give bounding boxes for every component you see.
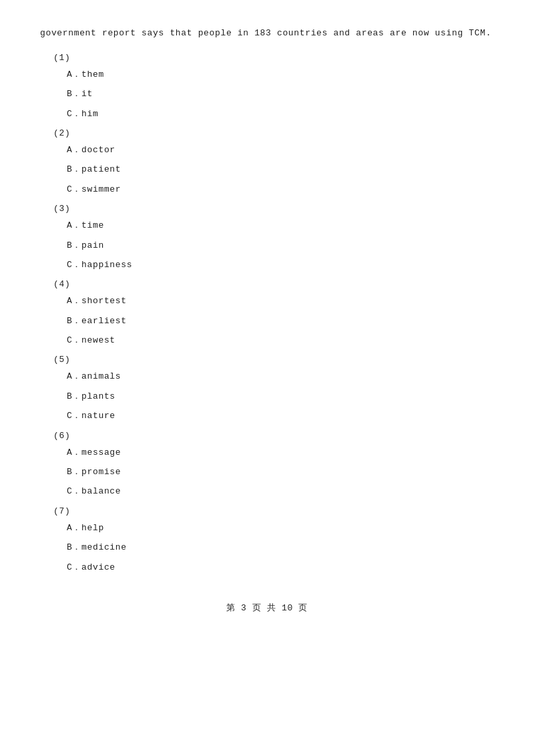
questions-container: (1)A．themB．itC．him(2)A．doctorB．patientC．…	[40, 53, 494, 575]
question-number-2: (2)	[53, 128, 494, 138]
page-footer: 第 3 页 共 10 页	[40, 602, 494, 614]
option-5-3: C．nature	[67, 408, 494, 423]
option-1-2: B．it	[67, 86, 494, 102]
question-number-1: (1)	[53, 53, 494, 63]
question-group-7: (7)A．helpB．medicineC．advice	[40, 506, 494, 575]
option-7-3: C．advice	[67, 560, 494, 575]
question-group-4: (4)A．shortestB．earliestC．newest	[40, 279, 494, 348]
option-6-1: A．message	[67, 445, 494, 460]
option-6-2: B．promise	[67, 464, 494, 480]
option-5-2: B．plants	[67, 389, 494, 404]
question-group-6: (6)A．messageB．promiseC．balance	[40, 431, 494, 500]
question-number-4: (4)	[53, 279, 494, 289]
question-group-5: (5)A．animalsB．plantsC．nature	[40, 355, 494, 423]
option-2-2: B．patient	[67, 162, 494, 177]
question-group-3: (3)A．timeB．painC．happiness	[40, 204, 494, 272]
option-1-3: C．him	[67, 106, 494, 122]
question-number-3: (3)	[53, 204, 494, 214]
option-1-1: A．them	[67, 67, 494, 82]
question-number-6: (6)	[53, 431, 494, 441]
question-group-1: (1)A．themB．itC．him	[40, 53, 494, 122]
option-4-1: A．shortest	[67, 293, 494, 309]
option-3-1: A．time	[67, 218, 494, 233]
option-7-1: A．help	[67, 520, 494, 536]
option-2-1: A．doctor	[67, 142, 494, 158]
option-2-3: C．swimmer	[67, 182, 494, 197]
option-7-2: B．medicine	[67, 540, 494, 555]
option-5-1: A．animals	[67, 369, 494, 384]
option-3-3: C．happiness	[67, 257, 494, 272]
header-text: government report says that people in 18…	[40, 27, 494, 41]
question-number-7: (7)	[53, 506, 494, 516]
option-6-3: C．balance	[67, 484, 494, 499]
option-4-3: C．newest	[67, 333, 494, 348]
question-number-5: (5)	[53, 355, 494, 365]
option-3-2: B．pain	[67, 238, 494, 253]
option-4-2: B．earliest	[67, 313, 494, 329]
question-group-2: (2)A．doctorB．patientC．swimmer	[40, 128, 494, 197]
